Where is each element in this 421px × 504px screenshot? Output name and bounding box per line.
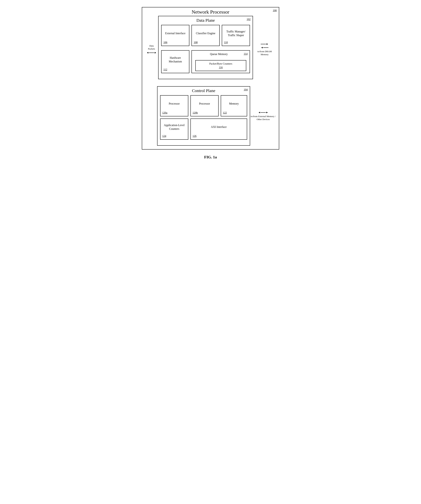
classifier-engine-box: Classifier Engine 108 — [192, 25, 220, 46]
hardware-mechanism-title: Hardware Mechanism — [163, 53, 187, 67]
control-plane-outer-row: 104 Control Plane Processor 120a Process… — [145, 86, 276, 146]
dram-arrowhead: ► — [266, 43, 269, 46]
dram-line2 — [263, 48, 269, 48]
data-packets-label: Data Packets — [146, 44, 157, 50]
control-plane-ref: 104 — [244, 88, 248, 91]
queue-memory-title: Queue Memory — [194, 52, 244, 56]
traffic-manager-box: Traffic Manager/ Traffic Shaper 110 — [222, 25, 250, 46]
axi-interface-box: AXI Interface 126 — [190, 119, 247, 140]
classifier-engine-title: Classifier Engine — [196, 27, 216, 40]
cp-top-row: Processor 120a Processor 120b Memory 122 — [160, 95, 247, 116]
memory-ref: 122 — [223, 111, 227, 114]
memory-box: Memory 122 — [221, 95, 247, 116]
dp-rows: External Interface 106 Classifier Engine… — [161, 25, 250, 75]
queue-memory-ref: 114 — [244, 52, 247, 55]
dram-arrow: ► — [261, 43, 269, 46]
axi-interface-ref: 126 — [193, 135, 197, 138]
dram-arrow-left: ◄ — [261, 46, 269, 49]
external-interface-box: External Interface 106 — [161, 25, 189, 46]
dram-label: to/from DRAM Memory — [254, 50, 275, 56]
ext-arrowhead-left: ◄ — [258, 111, 261, 114]
ext-arrowhead-right: ► — [266, 111, 268, 114]
hardware-mechanism-box: Hardware Mechanism 112 — [161, 50, 189, 73]
app-counters-title: Application-Level Counters — [162, 121, 186, 133]
arrow-line — [149, 53, 154, 53]
right-arrowhead: ► — [154, 51, 157, 54]
classifier-engine-ref: 108 — [193, 41, 198, 44]
data-plane-outer-row: Data Packets ◄ ► 102 Data Plane — [145, 16, 276, 83]
ext-arrow-line — [261, 112, 266, 113]
cp-bottom-row: Application-Level Counters 124 AXI Inter… — [160, 119, 247, 140]
dram-arrow-area: ► ◄ to/from DRAM Memory — [253, 43, 276, 56]
page-container: 100 Network Processor Data Packets ◄ ► 1… — [142, 7, 279, 159]
dram-arrow-line — [261, 44, 266, 44]
figure-caption: FIG. 1a — [204, 155, 217, 159]
memory-title: Memory — [229, 98, 239, 110]
data-packets-arrow: ◄ ► — [146, 51, 157, 54]
dp-top-row: External Interface 106 Classifier Engine… — [161, 25, 250, 46]
external-memory-label: to/from External Memory / Other Devices — [250, 115, 276, 121]
data-plane-box: 102 Data Plane External Interface 106 Cl… — [158, 16, 253, 79]
processor-b-title: Processor — [199, 98, 210, 110]
traffic-manager-title: Traffic Manager/ Traffic Shaper — [224, 27, 248, 40]
network-processor-ref: 100 — [273, 9, 277, 12]
processor-a-ref: 120a — [162, 111, 167, 114]
external-memory-arrow-area: ◄ ► to/from External Memory / Other Devi… — [250, 111, 276, 121]
control-plane-box: 104 Control Plane Processor 120a Process… — [157, 86, 250, 146]
queue-memory-box: Queue Memory 114 Packet/Byte Counters 11… — [192, 50, 250, 73]
data-plane-ref: 102 — [247, 18, 251, 21]
network-processor-title: Network Processor — [145, 9, 276, 15]
processor-a-box: Processor 120a — [160, 95, 188, 116]
processor-b-box: Processor 120b — [190, 95, 219, 116]
traffic-manager-ref: 110 — [224, 41, 228, 44]
packet-byte-counters-ref: 116 — [198, 66, 243, 69]
dp-bottom-row: Hardware Mechanism 112 Queue Memory 114 — [161, 50, 250, 73]
processor-b-ref: 120b — [193, 111, 198, 114]
axi-interface-title: AXI Interface — [211, 121, 227, 133]
dram-arrowhead-left: ◄ — [261, 46, 263, 49]
app-counters-box: Application-Level Counters 124 — [160, 119, 188, 140]
left-arrowhead: ◄ — [146, 51, 149, 54]
external-interface-ref: 106 — [163, 41, 167, 44]
data-packets-arrow-area: Data Packets ◄ ► — [145, 44, 158, 54]
hardware-mechanism-ref: 112 — [163, 68, 167, 71]
packet-byte-counters-title: Packet/Byte Counters — [198, 62, 243, 65]
network-processor-box: 100 Network Processor Data Packets ◄ ► 1… — [142, 7, 279, 150]
data-plane-title: Data Plane — [161, 18, 250, 23]
packet-byte-counters-box: Packet/Byte Counters 116 — [195, 60, 246, 71]
control-plane-title: Control Plane — [160, 88, 247, 93]
processor-a-title: Processor — [169, 98, 180, 110]
ext-arrow: ◄ ► — [258, 111, 268, 114]
spacer — [145, 83, 276, 86]
app-counters-ref: 124 — [162, 135, 166, 138]
external-interface-title: External Interface — [165, 27, 186, 40]
queue-memory-header: Queue Memory 114 — [194, 52, 247, 56]
